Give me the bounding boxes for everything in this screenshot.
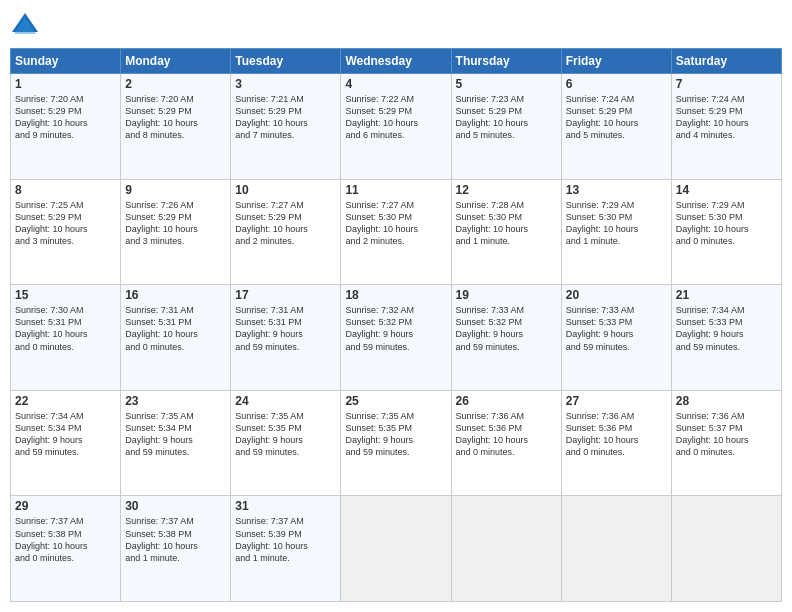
day-number: 12 bbox=[456, 183, 557, 197]
calendar-cell: 20Sunrise: 7:33 AM Sunset: 5:33 PM Dayli… bbox=[561, 285, 671, 391]
calendar-cell: 26Sunrise: 7:36 AM Sunset: 5:36 PM Dayli… bbox=[451, 390, 561, 496]
day-info: Sunrise: 7:23 AM Sunset: 5:29 PM Dayligh… bbox=[456, 93, 557, 142]
header bbox=[10, 10, 782, 40]
calendar-cell: 8Sunrise: 7:25 AM Sunset: 5:29 PM Daylig… bbox=[11, 179, 121, 285]
day-info: Sunrise: 7:27 AM Sunset: 5:30 PM Dayligh… bbox=[345, 199, 446, 248]
calendar-week: 8Sunrise: 7:25 AM Sunset: 5:29 PM Daylig… bbox=[11, 179, 782, 285]
day-info: Sunrise: 7:30 AM Sunset: 5:31 PM Dayligh… bbox=[15, 304, 116, 353]
day-info: Sunrise: 7:33 AM Sunset: 5:32 PM Dayligh… bbox=[456, 304, 557, 353]
day-number: 10 bbox=[235, 183, 336, 197]
page: SundayMondayTuesdayWednesdayThursdayFrid… bbox=[0, 0, 792, 612]
day-number: 8 bbox=[15, 183, 116, 197]
calendar-header: SundayMondayTuesdayWednesdayThursdayFrid… bbox=[11, 49, 782, 74]
day-info: Sunrise: 7:25 AM Sunset: 5:29 PM Dayligh… bbox=[15, 199, 116, 248]
weekday-header: Monday bbox=[121, 49, 231, 74]
calendar-cell: 30Sunrise: 7:37 AM Sunset: 5:38 PM Dayli… bbox=[121, 496, 231, 602]
calendar-cell: 23Sunrise: 7:35 AM Sunset: 5:34 PM Dayli… bbox=[121, 390, 231, 496]
calendar-cell: 15Sunrise: 7:30 AM Sunset: 5:31 PM Dayli… bbox=[11, 285, 121, 391]
calendar-week: 22Sunrise: 7:34 AM Sunset: 5:34 PM Dayli… bbox=[11, 390, 782, 496]
weekday-header: Wednesday bbox=[341, 49, 451, 74]
weekday-row: SundayMondayTuesdayWednesdayThursdayFrid… bbox=[11, 49, 782, 74]
day-number: 14 bbox=[676, 183, 777, 197]
day-number: 17 bbox=[235, 288, 336, 302]
weekday-header: Thursday bbox=[451, 49, 561, 74]
day-info: Sunrise: 7:37 AM Sunset: 5:38 PM Dayligh… bbox=[125, 515, 226, 564]
calendar-cell: 27Sunrise: 7:36 AM Sunset: 5:36 PM Dayli… bbox=[561, 390, 671, 496]
day-info: Sunrise: 7:31 AM Sunset: 5:31 PM Dayligh… bbox=[125, 304, 226, 353]
calendar-week: 29Sunrise: 7:37 AM Sunset: 5:38 PM Dayli… bbox=[11, 496, 782, 602]
day-info: Sunrise: 7:22 AM Sunset: 5:29 PM Dayligh… bbox=[345, 93, 446, 142]
calendar-cell: 22Sunrise: 7:34 AM Sunset: 5:34 PM Dayli… bbox=[11, 390, 121, 496]
day-number: 5 bbox=[456, 77, 557, 91]
day-number: 22 bbox=[15, 394, 116, 408]
day-number: 27 bbox=[566, 394, 667, 408]
day-number: 20 bbox=[566, 288, 667, 302]
calendar-cell bbox=[561, 496, 671, 602]
weekday-header: Saturday bbox=[671, 49, 781, 74]
day-info: Sunrise: 7:35 AM Sunset: 5:35 PM Dayligh… bbox=[345, 410, 446, 459]
day-info: Sunrise: 7:34 AM Sunset: 5:34 PM Dayligh… bbox=[15, 410, 116, 459]
day-number: 4 bbox=[345, 77, 446, 91]
calendar-cell: 24Sunrise: 7:35 AM Sunset: 5:35 PM Dayli… bbox=[231, 390, 341, 496]
day-number: 7 bbox=[676, 77, 777, 91]
day-info: Sunrise: 7:32 AM Sunset: 5:32 PM Dayligh… bbox=[345, 304, 446, 353]
calendar-cell: 25Sunrise: 7:35 AM Sunset: 5:35 PM Dayli… bbox=[341, 390, 451, 496]
calendar-cell: 1Sunrise: 7:20 AM Sunset: 5:29 PM Daylig… bbox=[11, 74, 121, 180]
day-number: 11 bbox=[345, 183, 446, 197]
day-number: 19 bbox=[456, 288, 557, 302]
calendar-cell: 14Sunrise: 7:29 AM Sunset: 5:30 PM Dayli… bbox=[671, 179, 781, 285]
calendar-cell: 28Sunrise: 7:36 AM Sunset: 5:37 PM Dayli… bbox=[671, 390, 781, 496]
calendar-cell: 11Sunrise: 7:27 AM Sunset: 5:30 PM Dayli… bbox=[341, 179, 451, 285]
calendar-cell bbox=[341, 496, 451, 602]
calendar-cell: 2Sunrise: 7:20 AM Sunset: 5:29 PM Daylig… bbox=[121, 74, 231, 180]
weekday-header: Sunday bbox=[11, 49, 121, 74]
calendar-week: 15Sunrise: 7:30 AM Sunset: 5:31 PM Dayli… bbox=[11, 285, 782, 391]
calendar-cell: 19Sunrise: 7:33 AM Sunset: 5:32 PM Dayli… bbox=[451, 285, 561, 391]
day-info: Sunrise: 7:36 AM Sunset: 5:37 PM Dayligh… bbox=[676, 410, 777, 459]
day-info: Sunrise: 7:33 AM Sunset: 5:33 PM Dayligh… bbox=[566, 304, 667, 353]
day-info: Sunrise: 7:26 AM Sunset: 5:29 PM Dayligh… bbox=[125, 199, 226, 248]
calendar-cell: 29Sunrise: 7:37 AM Sunset: 5:38 PM Dayli… bbox=[11, 496, 121, 602]
day-number: 16 bbox=[125, 288, 226, 302]
day-number: 13 bbox=[566, 183, 667, 197]
calendar-cell: 31Sunrise: 7:37 AM Sunset: 5:39 PM Dayli… bbox=[231, 496, 341, 602]
day-info: Sunrise: 7:20 AM Sunset: 5:29 PM Dayligh… bbox=[15, 93, 116, 142]
day-number: 18 bbox=[345, 288, 446, 302]
day-number: 2 bbox=[125, 77, 226, 91]
calendar-cell: 16Sunrise: 7:31 AM Sunset: 5:31 PM Dayli… bbox=[121, 285, 231, 391]
calendar-body: 1Sunrise: 7:20 AM Sunset: 5:29 PM Daylig… bbox=[11, 74, 782, 602]
calendar-week: 1Sunrise: 7:20 AM Sunset: 5:29 PM Daylig… bbox=[11, 74, 782, 180]
day-info: Sunrise: 7:24 AM Sunset: 5:29 PM Dayligh… bbox=[676, 93, 777, 142]
day-info: Sunrise: 7:37 AM Sunset: 5:39 PM Dayligh… bbox=[235, 515, 336, 564]
calendar-cell bbox=[671, 496, 781, 602]
day-info: Sunrise: 7:27 AM Sunset: 5:29 PM Dayligh… bbox=[235, 199, 336, 248]
calendar-cell: 12Sunrise: 7:28 AM Sunset: 5:30 PM Dayli… bbox=[451, 179, 561, 285]
calendar-cell: 18Sunrise: 7:32 AM Sunset: 5:32 PM Dayli… bbox=[341, 285, 451, 391]
calendar-cell: 7Sunrise: 7:24 AM Sunset: 5:29 PM Daylig… bbox=[671, 74, 781, 180]
day-number: 23 bbox=[125, 394, 226, 408]
day-number: 9 bbox=[125, 183, 226, 197]
calendar-cell: 9Sunrise: 7:26 AM Sunset: 5:29 PM Daylig… bbox=[121, 179, 231, 285]
day-number: 30 bbox=[125, 499, 226, 513]
day-number: 15 bbox=[15, 288, 116, 302]
logo bbox=[10, 10, 44, 40]
day-number: 24 bbox=[235, 394, 336, 408]
day-info: Sunrise: 7:28 AM Sunset: 5:30 PM Dayligh… bbox=[456, 199, 557, 248]
day-number: 1 bbox=[15, 77, 116, 91]
day-info: Sunrise: 7:31 AM Sunset: 5:31 PM Dayligh… bbox=[235, 304, 336, 353]
day-number: 31 bbox=[235, 499, 336, 513]
day-info: Sunrise: 7:37 AM Sunset: 5:38 PM Dayligh… bbox=[15, 515, 116, 564]
day-number: 26 bbox=[456, 394, 557, 408]
day-info: Sunrise: 7:29 AM Sunset: 5:30 PM Dayligh… bbox=[566, 199, 667, 248]
day-number: 3 bbox=[235, 77, 336, 91]
calendar: SundayMondayTuesdayWednesdayThursdayFrid… bbox=[10, 48, 782, 602]
day-info: Sunrise: 7:21 AM Sunset: 5:29 PM Dayligh… bbox=[235, 93, 336, 142]
calendar-cell: 3Sunrise: 7:21 AM Sunset: 5:29 PM Daylig… bbox=[231, 74, 341, 180]
logo-icon bbox=[10, 10, 40, 40]
weekday-header: Friday bbox=[561, 49, 671, 74]
day-number: 6 bbox=[566, 77, 667, 91]
calendar-cell: 17Sunrise: 7:31 AM Sunset: 5:31 PM Dayli… bbox=[231, 285, 341, 391]
day-number: 25 bbox=[345, 394, 446, 408]
day-info: Sunrise: 7:34 AM Sunset: 5:33 PM Dayligh… bbox=[676, 304, 777, 353]
calendar-cell: 6Sunrise: 7:24 AM Sunset: 5:29 PM Daylig… bbox=[561, 74, 671, 180]
